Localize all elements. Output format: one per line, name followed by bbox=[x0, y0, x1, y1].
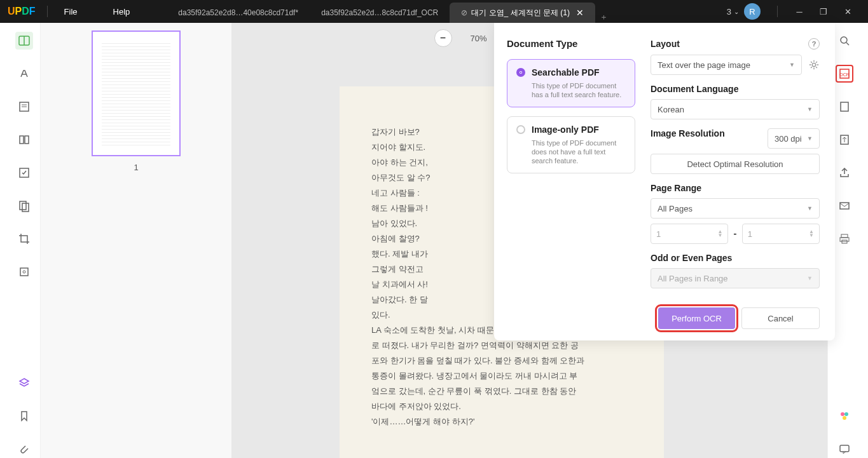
tools-icon[interactable] bbox=[15, 263, 33, 281]
layout-select[interactable]: Text over the page image▼ bbox=[651, 55, 802, 75]
svg-point-26 bbox=[812, 63, 815, 66]
option-desc: This type of PDF document does not have … bbox=[532, 138, 626, 165]
svg-point-11 bbox=[23, 271, 25, 273]
language-select[interactable]: Korean▼ bbox=[651, 99, 820, 119]
annotate-icon[interactable] bbox=[15, 65, 33, 83]
avatar[interactable]: R bbox=[744, 3, 761, 20]
odd-even-select: All Pages in Range▼ bbox=[651, 268, 820, 288]
svg-rect-20 bbox=[840, 238, 849, 241]
form-icon[interactable] bbox=[15, 164, 33, 182]
svg-rect-18 bbox=[840, 203, 849, 209]
svg-point-12 bbox=[841, 37, 847, 43]
title-bar: UPDF File Help da35f92a52e2d8…40e08c8cd7… bbox=[0, 0, 868, 23]
organize-icon[interactable] bbox=[15, 131, 33, 149]
maximize-button[interactable]: ❐ bbox=[813, 1, 834, 22]
image-only-pdf-option[interactable]: Image-only PDF This type of PDF document… bbox=[507, 116, 635, 173]
searchable-pdf-option[interactable]: Searchable PDF This type of PDF document… bbox=[507, 59, 635, 107]
crop-icon[interactable] bbox=[15, 230, 33, 248]
page-range-select[interactable]: All Pages▼ bbox=[651, 198, 820, 219]
svg-rect-8 bbox=[20, 201, 26, 210]
option-label: Image-only PDF bbox=[532, 125, 599, 135]
share-icon[interactable] bbox=[836, 164, 853, 182]
page-thumbnail[interactable] bbox=[92, 30, 181, 156]
detect-resolution-button[interactable]: Detect Optimal Resolution bbox=[651, 154, 820, 174]
add-tab-button[interactable]: ＋ bbox=[595, 11, 613, 23]
ocr-icon[interactable]: OCR bbox=[836, 65, 853, 83]
zoom-value[interactable]: 70% bbox=[460, 34, 498, 43]
option-label: Searchable PDF bbox=[532, 67, 600, 77]
radio-icon bbox=[516, 68, 525, 77]
left-toolbar bbox=[8, 23, 41, 458]
attachment-icon[interactable] bbox=[15, 440, 33, 458]
svg-rect-6 bbox=[25, 136, 29, 144]
svg-text:OCR: OCR bbox=[839, 72, 850, 77]
menu-help[interactable]: Help bbox=[108, 7, 135, 17]
gear-icon[interactable] bbox=[808, 59, 820, 71]
bookmark-icon[interactable] bbox=[15, 407, 33, 425]
svg-rect-5 bbox=[20, 136, 24, 144]
svg-rect-19 bbox=[841, 234, 848, 238]
comment-icon[interactable] bbox=[836, 440, 853, 458]
convert-icon[interactable] bbox=[836, 98, 853, 116]
tab-2[interactable]: da35f92a52e2d…8c8cd71df_OCR bbox=[310, 3, 450, 23]
tab-label: 대기 오염_ 세계적인 문제 (1) bbox=[471, 8, 570, 18]
tab-icon: ⊘ bbox=[461, 8, 467, 17]
option-desc: This type of PDF document has a full tex… bbox=[532, 81, 626, 99]
close-icon[interactable]: ✕ bbox=[576, 8, 584, 18]
compress-icon[interactable] bbox=[836, 131, 853, 149]
layers-icon[interactable] bbox=[15, 374, 33, 392]
svg-point-24 bbox=[843, 416, 846, 420]
page-range-title: Page Range bbox=[651, 183, 820, 193]
minimize-button[interactable]: ─ bbox=[789, 1, 809, 22]
email-icon[interactable] bbox=[836, 197, 853, 215]
menu-file[interactable]: File bbox=[59, 7, 83, 17]
svg-point-22 bbox=[841, 412, 844, 416]
ai-icon[interactable] bbox=[836, 407, 853, 425]
radio-icon bbox=[516, 125, 525, 134]
cancel-button[interactable]: Cancel bbox=[741, 307, 820, 329]
reader-icon[interactable] bbox=[15, 32, 33, 50]
resolution-title: Image Resolution bbox=[651, 128, 725, 138]
tab-3-active[interactable]: ⊘ 대기 오염_ 세계적인 문제 (1) ✕ bbox=[450, 3, 595, 23]
thumbnail-panel: 1 bbox=[41, 23, 231, 458]
odd-even-title: Odd or Even Pages bbox=[651, 253, 820, 263]
svg-rect-16 bbox=[841, 102, 848, 111]
search-icon[interactable] bbox=[836, 32, 853, 50]
ocr-panel: Document Type Searchable PDF This type o… bbox=[494, 23, 835, 340]
tab-1[interactable]: da35f92a52e2d8…40e08c8cd71df* bbox=[167, 3, 310, 23]
print-icon[interactable] bbox=[836, 230, 853, 248]
svg-rect-25 bbox=[840, 445, 849, 452]
page-count[interactable]: 3⌄ bbox=[727, 7, 739, 17]
resolution-select[interactable]: 300 dpi▼ bbox=[768, 128, 820, 149]
svg-line-13 bbox=[846, 43, 849, 45]
language-title: Document Language bbox=[651, 84, 820, 94]
svg-rect-10 bbox=[20, 268, 28, 276]
zoom-out-button[interactable]: − bbox=[434, 29, 452, 47]
tab-bar: da35f92a52e2d8…40e08c8cd71df* da35f92a52… bbox=[167, 0, 726, 23]
range-dash: - bbox=[733, 228, 736, 239]
close-window-button[interactable]: ✕ bbox=[837, 1, 858, 22]
range-to-input[interactable]: 1▲▼ bbox=[742, 224, 820, 244]
help-icon[interactable]: ? bbox=[808, 38, 820, 50]
edit-icon[interactable] bbox=[15, 98, 33, 116]
svg-point-23 bbox=[844, 412, 848, 416]
svg-rect-9 bbox=[22, 203, 29, 212]
layout-title: Layout bbox=[651, 39, 680, 49]
thumbnail-number: 1 bbox=[134, 163, 138, 172]
document-type-title: Document Type bbox=[507, 38, 635, 49]
range-from-input[interactable]: 1▲▼ bbox=[651, 224, 728, 244]
redact-icon[interactable] bbox=[15, 197, 33, 215]
app-logo: UPDF bbox=[8, 6, 36, 17]
perform-ocr-button[interactable]: Perform OCR bbox=[658, 307, 735, 329]
